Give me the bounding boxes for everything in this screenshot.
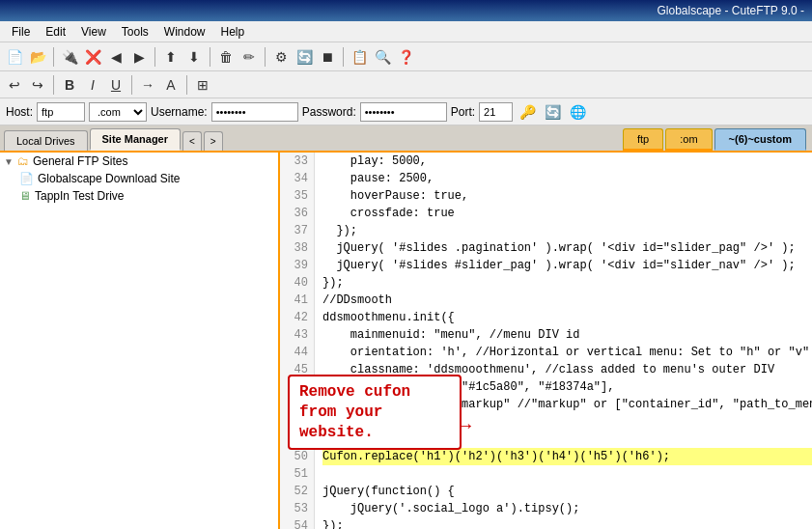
host-label: Host: — [6, 105, 33, 119]
bold-button[interactable]: B — [59, 74, 80, 96]
download-button[interactable]: ⬇ — [183, 46, 205, 68]
main-content: ▼ 🗂 General FTP Sites 📄 Globalscape Down… — [0, 153, 812, 529]
code-content: play: 5000, pause: 2500, hoverPause: tru… — [315, 153, 812, 529]
bookmark-button[interactable]: 🌐 — [567, 101, 588, 123]
right-panel[interactable]: 3334353637383940414243444546474849505152… — [280, 153, 812, 529]
connection-bar: Host: .com Username: Password: Port: 🔑 🔄… — [0, 98, 812, 125]
disconnect-button[interactable]: ❌ — [82, 46, 103, 68]
menu-edit[interactable]: Edit — [38, 23, 73, 41]
port-label: Port: — [451, 105, 475, 119]
separator-4 — [265, 47, 266, 67]
tab-nav-back[interactable]: < — [182, 131, 202, 151]
menu-help[interactable]: Help — [213, 23, 253, 41]
menu-window[interactable]: Window — [156, 23, 213, 41]
separator-3 — [210, 47, 210, 67]
quickconnect-button[interactable]: 🔄 — [542, 101, 563, 123]
separator-7 — [131, 75, 132, 95]
help-button[interactable]: ❓ — [395, 46, 416, 68]
tab-bar: Local Drives Site Manager < > ftp :om ~(… — [0, 125, 812, 153]
tab-ftp[interactable]: ftp — [623, 128, 663, 151]
undo-button[interactable]: ↩ — [4, 74, 25, 96]
site-icon-2: 🖥 — [19, 189, 31, 203]
tree-child2-label: TappIn Test Drive — [35, 189, 125, 203]
table-button[interactable]: ⊞ — [192, 74, 213, 96]
tree-root[interactable]: ▼ 🗂 General FTP Sites — [0, 153, 278, 170]
expand-icon: ▼ — [4, 156, 14, 167]
tab-site-manager[interactable]: Site Manager — [90, 128, 181, 151]
transfer-button[interactable]: ⬆ — [160, 46, 182, 68]
host-suffix[interactable]: .com — [89, 102, 147, 122]
tree-root-label: General FTP Sites — [33, 154, 127, 168]
delete-button[interactable]: 🗑 — [215, 46, 237, 68]
new-button[interactable]: 📄 — [4, 46, 25, 68]
password-label: Password: — [302, 105, 356, 119]
separator-8 — [186, 75, 187, 95]
folder-icon: 🗂 — [17, 154, 29, 168]
italic-button[interactable]: I — [82, 74, 103, 96]
underline-button[interactable]: U — [105, 74, 126, 96]
password-input[interactable] — [360, 102, 447, 122]
open-button[interactable]: 📂 — [27, 46, 48, 68]
username-label: Username: — [151, 105, 208, 119]
code-area: 3334353637383940414243444546474849505152… — [280, 153, 812, 529]
tree-child-tappin[interactable]: 🖥 TappIn Test Drive — [0, 187, 278, 205]
callout-text: Remove cufon from your website. — [299, 383, 410, 441]
tab-custom[interactable]: ~(6)~custom — [714, 128, 806, 151]
tab-nav-forward[interactable]: > — [204, 131, 223, 151]
tab-com[interactable]: :om — [665, 128, 712, 151]
callout-box: Remove cufon from your website. — [288, 375, 462, 450]
forward-button[interactable]: ▶ — [128, 46, 150, 68]
tree-child-globalscape[interactable]: 📄 Globalscape Download Site — [0, 170, 278, 187]
menu-file[interactable]: File — [4, 23, 38, 41]
callout-arrow: → — [460, 415, 471, 437]
font-button[interactable]: A — [160, 74, 182, 96]
rename-button[interactable]: ✏ — [238, 46, 260, 68]
connect-button[interactable]: 🔌 — [59, 46, 80, 68]
separator-6 — [53, 75, 54, 95]
line-numbers: 3334353637383940414243444546474849505152… — [280, 153, 315, 529]
toolbar-1: 📄 📂 🔌 ❌ ◀ ▶ ⬆ ⬇ 🗑 ✏ ⚙ 🔄 ⏹ 📋 🔍 ❓ — [0, 42, 812, 71]
separator-1 — [53, 47, 54, 67]
filter-button[interactable]: 🔍 — [372, 46, 393, 68]
separator-2 — [154, 47, 155, 67]
menu-tools[interactable]: Tools — [114, 23, 156, 41]
left-panel: ▼ 🗂 General FTP Sites 📄 Globalscape Down… — [0, 153, 280, 529]
title-bar: Globalscape - CuteFTP 9.0 - — [0, 0, 812, 21]
username-input[interactable] — [211, 102, 298, 122]
title-text: Globalscape - CuteFTP 9.0 - — [657, 4, 804, 17]
stop-button[interactable]: ⏹ — [317, 46, 338, 68]
separator-5 — [343, 47, 344, 67]
settings-button[interactable]: ⚙ — [270, 46, 292, 68]
toolbar-2: ↩ ↪ B I U → A ⊞ — [0, 71, 812, 98]
back-button[interactable]: ◀ — [105, 46, 126, 68]
menu-view[interactable]: View — [73, 23, 114, 41]
connect-go-button[interactable]: 🔑 — [517, 101, 538, 123]
host-input[interactable] — [37, 102, 85, 122]
redo-button[interactable]: ↪ — [27, 74, 48, 96]
tree-child1-label: Globalscape Download Site — [38, 172, 180, 185]
log-button[interactable]: 📋 — [349, 46, 370, 68]
menu-bar: File Edit View Tools Window Help — [0, 21, 812, 42]
indent-button[interactable]: → — [137, 74, 158, 96]
port-input[interactable] — [479, 102, 513, 122]
refresh-button[interactable]: 🔄 — [294, 46, 315, 68]
site-icon-1: 📄 — [19, 172, 34, 185]
tab-local-drives[interactable]: Local Drives — [4, 130, 88, 151]
